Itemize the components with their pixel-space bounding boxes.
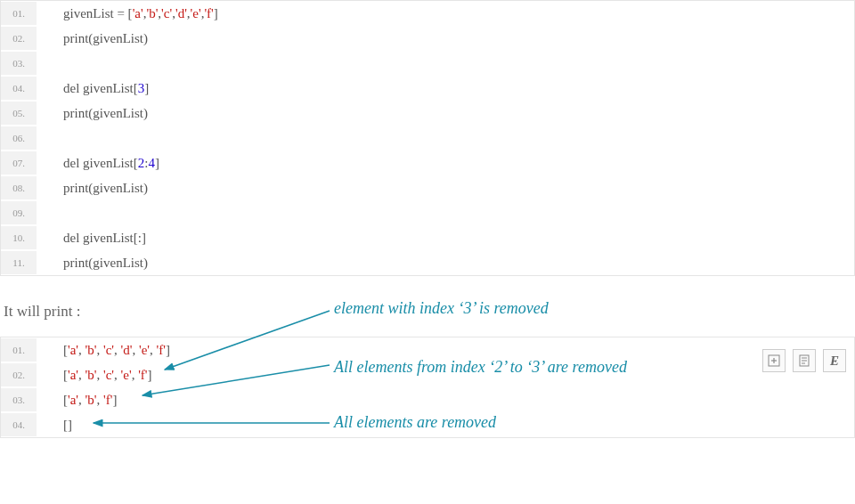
code-line: 04.del givenList[3]: [1, 76, 854, 101]
code-line: 08.print(givenList): [1, 175, 854, 200]
line-code: ['a', 'b', 'f']: [37, 388, 854, 412]
line-code: del givenList[:]: [37, 226, 854, 250]
code-line: 10.del givenList[:]: [1, 225, 854, 250]
line-number: 10.: [1, 226, 37, 249]
toolbar-plus-button[interactable]: [762, 349, 786, 372]
code-line: 07.del givenList[2:4]: [1, 150, 854, 175]
line-code: givenList = ['a','b','c','d','e','f']: [37, 2, 854, 26]
line-number: 09.: [1, 201, 37, 224]
line-number: 01.: [1, 2, 37, 25]
code-block-source: 01.givenList = ['a','b','c','d','e','f']…: [0, 0, 855, 276]
line-number: 11.: [1, 251, 37, 274]
code-line: 09.: [1, 200, 854, 225]
toolbar-e-button[interactable]: E: [823, 349, 846, 372]
line-code: [37, 126, 854, 150]
code-line: 03.['a', 'b', 'f']: [1, 387, 854, 412]
line-code: del givenList[2:4]: [37, 151, 854, 175]
line-number: 03.: [1, 388, 37, 411]
line-number: 04.: [1, 77, 37, 100]
line-number: 02.: [1, 363, 37, 386]
code-line: 05.print(givenList): [1, 101, 854, 126]
annotation-index-2-3: All elements from index ‘2’ to ‘3’ are r…: [334, 358, 627, 377]
code-line: 11.print(givenList): [1, 250, 854, 275]
code-toolbar: E: [762, 349, 846, 372]
line-number: 06.: [1, 126, 37, 150]
line-number: 01.: [1, 338, 37, 362]
line-code: del givenList[3]: [37, 77, 854, 101]
toolbar-doc-button[interactable]: [793, 349, 816, 372]
code-line: 02.print(givenList): [1, 26, 854, 51]
line-number: 07.: [1, 151, 37, 175]
line-number: 04.: [1, 413, 37, 436]
line-code: print(givenList): [37, 27, 854, 51]
line-code: print(givenList): [37, 102, 854, 126]
annotation-index-3: element with index ‘3’ is removed: [334, 299, 549, 318]
line-number: 02.: [1, 27, 37, 50]
annotation-all-removed: All elements are removed: [334, 413, 496, 432]
code-line: 06.: [1, 126, 854, 150]
line-code: print(givenList): [37, 251, 854, 275]
code-line: 01.givenList = ['a','b','c','d','e','f']: [1, 1, 854, 26]
line-number: 03.: [1, 52, 37, 75]
line-code: print(givenList): [37, 176, 854, 200]
output-wrap: 01.['a', 'b', 'c', 'd', 'e', 'f']02.['a'…: [0, 337, 855, 438]
line-number: 05.: [1, 102, 37, 125]
line-code: [37, 201, 854, 225]
code-line: 03.: [1, 51, 854, 76]
line-number: 08.: [1, 176, 37, 199]
line-code: [37, 52, 854, 76]
